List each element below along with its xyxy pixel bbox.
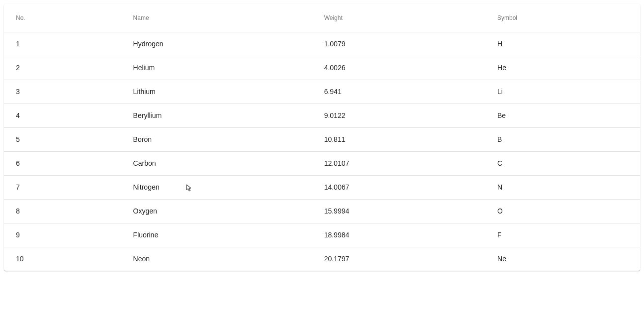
cell-no: 9 [4, 223, 121, 247]
table-header-row: No. Name Weight Symbol [4, 4, 640, 32]
cell-symbol: N [485, 175, 640, 199]
cell-weight: 1.0079 [312, 32, 485, 56]
cell-symbol: He [485, 56, 640, 80]
cell-name: Nitrogen [121, 175, 312, 199]
column-header-no[interactable]: No. [4, 4, 121, 32]
table-row[interactable]: 3Lithium6.941Li [4, 80, 640, 104]
column-header-weight[interactable]: Weight [312, 4, 485, 32]
cell-name: Boron [121, 127, 312, 151]
cell-name: Oxygen [121, 199, 312, 223]
cell-no: 10 [4, 247, 121, 271]
table-row[interactable]: 7Nitrogen14.0067N [4, 175, 640, 199]
cell-symbol: Li [485, 80, 640, 104]
cell-weight: 4.0026 [312, 56, 485, 80]
table-row[interactable]: 4Beryllium9.0122Be [4, 104, 640, 127]
cell-no: 1 [4, 32, 121, 56]
cell-no: 7 [4, 175, 121, 199]
cell-name: Helium [121, 56, 312, 80]
elements-table-container: No. Name Weight Symbol 1Hydrogen1.0079H2… [4, 4, 640, 271]
cell-weight: 14.0067 [312, 175, 485, 199]
cell-weight: 10.811 [312, 127, 485, 151]
cell-name: Lithium [121, 80, 312, 104]
cell-name: Carbon [121, 151, 312, 175]
cell-name: Neon [121, 247, 312, 271]
cell-symbol: O [485, 199, 640, 223]
cell-weight: 12.0107 [312, 151, 485, 175]
cell-weight: 18.9984 [312, 223, 485, 247]
table-row[interactable]: 9Fluorine18.9984F [4, 223, 640, 247]
column-header-name[interactable]: Name [121, 4, 312, 32]
cell-no: 4 [4, 104, 121, 127]
table-row[interactable]: 1Hydrogen1.0079H [4, 32, 640, 56]
table-row[interactable]: 8Oxygen15.9994O [4, 199, 640, 223]
cell-symbol: Ne [485, 247, 640, 271]
cell-weight: 6.941 [312, 80, 485, 104]
elements-table: No. Name Weight Symbol 1Hydrogen1.0079H2… [4, 4, 640, 271]
cell-name: Fluorine [121, 223, 312, 247]
cell-symbol: F [485, 223, 640, 247]
cell-symbol: H [485, 32, 640, 56]
cell-name: Beryllium [121, 104, 312, 127]
column-header-symbol[interactable]: Symbol [485, 4, 640, 32]
table-row[interactable]: 5Boron10.811B [4, 127, 640, 151]
cell-no: 2 [4, 56, 121, 80]
cell-name: Hydrogen [121, 32, 312, 56]
cell-symbol: Be [485, 104, 640, 127]
cell-weight: 15.9994 [312, 199, 485, 223]
cell-no: 6 [4, 151, 121, 175]
cell-no: 3 [4, 80, 121, 104]
table-row[interactable]: 6Carbon12.0107C [4, 151, 640, 175]
table-row[interactable]: 10Neon20.1797Ne [4, 247, 640, 271]
cell-weight: 20.1797 [312, 247, 485, 271]
cell-no: 8 [4, 199, 121, 223]
cell-symbol: C [485, 151, 640, 175]
cell-no: 5 [4, 127, 121, 151]
cell-symbol: B [485, 127, 640, 151]
cell-weight: 9.0122 [312, 104, 485, 127]
table-row[interactable]: 2Helium4.0026He [4, 56, 640, 80]
